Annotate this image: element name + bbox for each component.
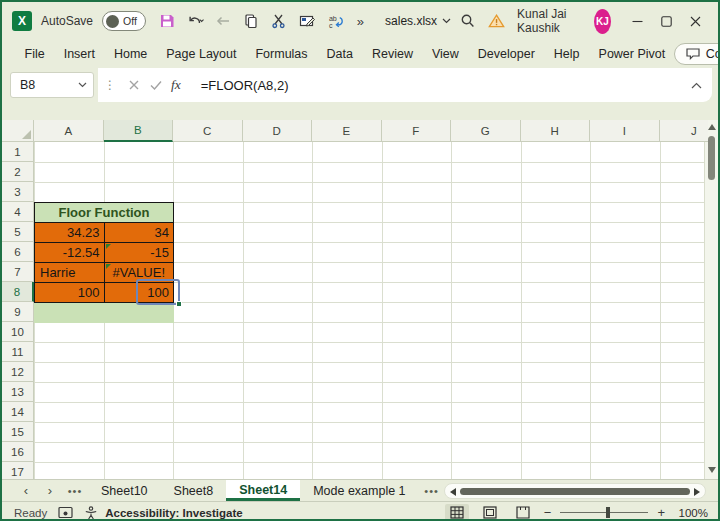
scroll-up-icon[interactable] <box>708 124 716 130</box>
insert-function-icon[interactable]: fx <box>171 77 181 93</box>
document-title[interactable]: sales.xlsx <box>385 14 451 28</box>
comments-button[interactable]: Comments <box>674 43 720 65</box>
sheet-nav-ellipsis[interactable]: ••• <box>62 485 88 497</box>
column-header-J[interactable]: J <box>660 120 709 142</box>
formula-bar-collapse-icon[interactable] <box>691 82 702 89</box>
sheet-nav-next-icon[interactable]: › <box>38 483 62 498</box>
row-header-1[interactable]: 1 <box>2 142 34 162</box>
row-header-4[interactable]: 4 <box>2 202 34 222</box>
accessibility-icon[interactable] <box>84 506 98 520</box>
undo-icon[interactable] <box>187 13 204 30</box>
zoom-in-button[interactable]: + <box>657 505 665 520</box>
autosave-toggle[interactable]: Off <box>102 11 146 31</box>
row-header-17[interactable]: 17 <box>2 462 34 479</box>
zoom-slider[interactable] <box>560 512 648 513</box>
cancel-icon[interactable] <box>123 74 145 96</box>
cell-A7[interactable]: Harrie <box>34 262 105 283</box>
row-header-5[interactable]: 5 <box>2 222 34 242</box>
cell-B6[interactable]: -15 <box>104 242 175 263</box>
cell-A5[interactable]: 34.23 <box>34 222 105 243</box>
row-header-10[interactable]: 10 <box>2 322 34 342</box>
row-header-11[interactable]: 11 <box>2 342 34 362</box>
cell-A6[interactable]: -12.54 <box>34 242 105 263</box>
user-name[interactable]: Kunal Jai Kaushik <box>517 7 582 35</box>
scroll-right-icon[interactable] <box>694 488 700 496</box>
warning-icon[interactable] <box>488 13 505 30</box>
row-header-7[interactable]: 7 <box>2 262 34 282</box>
row-header-8[interactable]: 8 <box>2 282 34 302</box>
column-header-H[interactable]: H <box>521 120 591 142</box>
column-header-B[interactable]: B <box>104 120 174 142</box>
row-header-9[interactable]: 9 <box>2 302 34 322</box>
vertical-scroll-thumb[interactable] <box>708 136 715 180</box>
find-replace-icon[interactable]: abc <box>327 13 344 30</box>
vertical-scrollbar[interactable] <box>704 120 718 479</box>
close-button[interactable] <box>681 6 710 36</box>
formula-text[interactable]: =FLOOR(A8,2) <box>201 78 691 93</box>
horizontal-scrollbar[interactable] <box>444 483 706 499</box>
avatar[interactable]: KJ <box>594 9 611 34</box>
minimize-button[interactable] <box>623 6 652 36</box>
select-all-corner[interactable] <box>2 120 34 142</box>
page-layout-view-icon[interactable] <box>478 504 502 521</box>
maximize-button[interactable] <box>652 6 681 36</box>
ribbon-tab-file[interactable]: File <box>16 43 53 65</box>
save-icon[interactable] <box>159 13 176 30</box>
cell-B5[interactable]: 34 <box>104 222 175 243</box>
cut-icon[interactable] <box>271 13 288 30</box>
name-box[interactable]: B8 <box>10 72 94 98</box>
formula-field[interactable]: ⋮ fx =FLOOR(A8,2) <box>98 68 712 102</box>
row-header-15[interactable]: 15 <box>2 422 34 442</box>
ribbon-tab-insert[interactable]: Insert <box>55 43 103 65</box>
excel-logo-icon[interactable]: X <box>12 11 32 31</box>
sheet-tab-sheet14[interactable]: Sheet14 <box>226 480 300 501</box>
row-header-6[interactable]: 6 <box>2 242 34 262</box>
sheet-tab-sheet10[interactable]: Sheet10 <box>88 480 161 501</box>
ribbon-tab-data[interactable]: Data <box>318 43 361 65</box>
column-header-C[interactable]: C <box>173 120 243 142</box>
ribbon-tab-view[interactable]: View <box>423 43 467 65</box>
ribbon-tab-page-layout[interactable]: Page Layout <box>158 43 245 65</box>
sheet-tab-mode-example-1[interactable]: Mode example 1 <box>300 480 418 501</box>
column-header-A[interactable]: A <box>34 120 104 142</box>
zoom-out-button[interactable]: − <box>544 505 552 520</box>
horizontal-scroll-thumb[interactable] <box>460 488 690 495</box>
enter-check-icon[interactable] <box>145 74 167 96</box>
accessibility-status[interactable]: Accessibility: Investigate <box>105 507 242 519</box>
qat-overflow-icon[interactable]: » <box>357 14 364 29</box>
cell-A8[interactable]: 100 <box>34 282 105 303</box>
column-header-F[interactable]: F <box>382 120 452 142</box>
scroll-down-icon[interactable] <box>708 467 716 473</box>
copy-icon[interactable] <box>243 13 260 30</box>
fill-handle-icon[interactable] <box>176 301 182 307</box>
row-header-14[interactable]: 14 <box>2 402 34 422</box>
sheet-nav-prev-icon[interactable]: ‹ <box>14 483 38 498</box>
page-break-view-icon[interactable] <box>511 504 535 521</box>
ribbon-tab-review[interactable]: Review <box>363 43 421 65</box>
search-icon[interactable] <box>460 13 476 30</box>
ribbon-tab-help[interactable]: Help <box>545 43 588 65</box>
row-header-16[interactable]: 16 <box>2 442 34 462</box>
ribbon-tab-formulas[interactable]: Formulas <box>247 43 316 65</box>
column-header-G[interactable]: G <box>451 120 521 142</box>
cell-A4[interactable]: Floor Function <box>34 202 174 223</box>
column-header-I[interactable]: I <box>590 120 660 142</box>
row-header-2[interactable]: 2 <box>2 162 34 182</box>
row-header-3[interactable]: 3 <box>2 182 34 202</box>
chevron-down-icon[interactable] <box>78 82 87 88</box>
column-header-D[interactable]: D <box>243 120 313 142</box>
row-header-13[interactable]: 13 <box>2 382 34 402</box>
column-header-E[interactable]: E <box>312 120 382 142</box>
cell-A9[interactable] <box>34 302 105 323</box>
ribbon-tab-developer[interactable]: Developer <box>469 43 543 65</box>
email-icon[interactable] <box>299 13 316 30</box>
ribbon-tab-power-pivot[interactable]: Power Pivot <box>590 43 674 65</box>
zoom-slider-handle[interactable] <box>606 507 610 518</box>
row-header-12[interactable]: 12 <box>2 362 34 382</box>
scroll-left-icon[interactable] <box>450 488 456 496</box>
sheet-tabs-more[interactable]: ••• <box>419 485 445 497</box>
normal-view-icon[interactable] <box>445 504 469 521</box>
sheet-tab-sheet8[interactable]: Sheet8 <box>161 480 227 501</box>
ribbon-tab-home[interactable]: Home <box>105 43 155 65</box>
redo-icon[interactable] <box>215 13 232 30</box>
